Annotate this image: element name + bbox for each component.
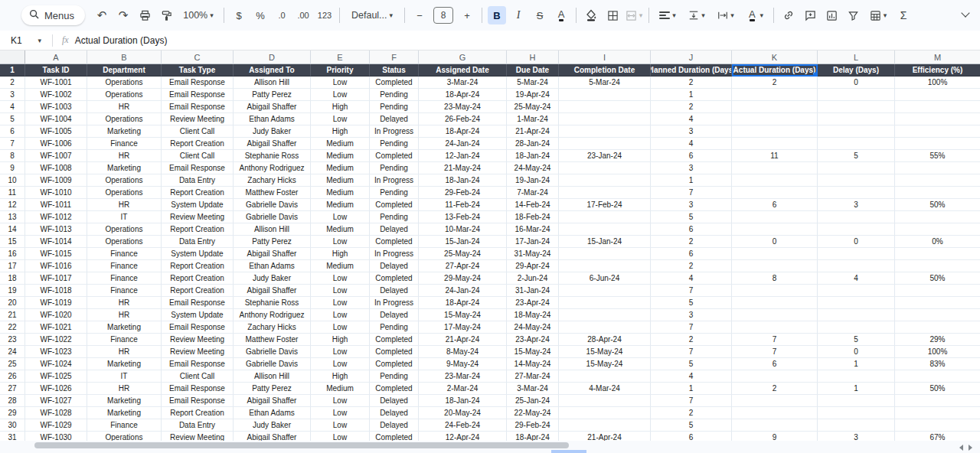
cell[interactable]: [895, 260, 980, 272]
selection-handle[interactable]: [813, 72, 818, 77]
cell[interactable]: In Progress: [370, 248, 419, 260]
cell[interactable]: 1-Mar-24: [507, 113, 559, 125]
cell[interactable]: [732, 260, 818, 272]
column-header-M[interactable]: M: [895, 51, 980, 64]
cell[interactable]: [818, 211, 895, 223]
cell[interactable]: 5: [651, 358, 732, 370]
cell[interactable]: 11: [732, 150, 818, 162]
cell[interactable]: WF-1015: [25, 248, 87, 260]
cell[interactable]: Medium: [311, 383, 370, 395]
cell[interactable]: HR: [87, 199, 162, 211]
cell[interactable]: Low: [311, 419, 370, 432]
cell[interactable]: Matthew Foster: [234, 334, 311, 346]
merge-cells-button[interactable]: ▾: [625, 6, 643, 24]
cell[interactable]: System Update: [162, 309, 234, 321]
cell[interactable]: Report Creation: [162, 407, 234, 419]
cell[interactable]: [559, 248, 651, 260]
cell[interactable]: 5-Mar-24: [507, 77, 559, 89]
cell[interactable]: [895, 419, 980, 432]
cell[interactable]: Email Response: [162, 162, 234, 174]
row-number[interactable]: 19: [0, 285, 25, 297]
cell[interactable]: Delayed: [370, 285, 419, 297]
cell[interactable]: 24-May-24: [507, 321, 559, 334]
cell[interactable]: 100%: [895, 346, 980, 358]
cell[interactable]: 6-Jun-24: [559, 272, 651, 285]
insert-link-button[interactable]: [779, 6, 798, 24]
cell[interactable]: Completed: [370, 199, 419, 211]
cell[interactable]: Completed: [370, 346, 419, 358]
column-header-F[interactable]: F: [370, 51, 419, 64]
cell[interactable]: 0: [818, 236, 895, 248]
cell[interactable]: [732, 89, 818, 101]
cell[interactable]: Finance: [87, 248, 162, 260]
insert-chart-button[interactable]: [822, 6, 841, 24]
row-number[interactable]: 4: [0, 101, 25, 113]
column-header-K[interactable]: K: [732, 51, 818, 64]
table-tools-button[interactable]: ▾: [865, 6, 891, 24]
cell[interactable]: Finance: [87, 285, 162, 297]
cell[interactable]: [559, 125, 651, 138]
cell[interactable]: 11-Feb-24: [419, 199, 507, 211]
cell[interactable]: Operations: [87, 187, 162, 199]
cell[interactable]: [559, 407, 651, 419]
cell[interactable]: 3-Mar-24: [419, 77, 507, 89]
increase-decimal-button[interactable]: .00: [294, 6, 312, 24]
row-number[interactable]: 26: [0, 370, 25, 383]
cell[interactable]: HR: [87, 309, 162, 321]
cell[interactable]: Delayed: [370, 260, 419, 272]
cell[interactable]: [818, 89, 895, 101]
cell[interactable]: [818, 101, 895, 113]
cell[interactable]: High: [311, 248, 370, 260]
cell[interactable]: Low: [311, 236, 370, 248]
cell[interactable]: Low: [311, 211, 370, 223]
cell[interactable]: [732, 223, 818, 236]
cell[interactable]: 16-Mar-24: [507, 223, 559, 236]
cell[interactable]: 18-Jan-24: [419, 174, 507, 187]
cell[interactable]: [818, 395, 895, 407]
row-number[interactable]: 3: [0, 89, 25, 101]
cell[interactable]: 22-May-24: [507, 407, 559, 419]
cell[interactable]: WF-1014: [25, 236, 87, 248]
cell[interactable]: 26-Feb-24: [419, 113, 507, 125]
cell[interactable]: 55%: [895, 150, 980, 162]
cell[interactable]: 15-Jan-24: [559, 236, 651, 248]
cell[interactable]: WF-1007: [25, 150, 87, 162]
cell[interactable]: 3: [651, 309, 732, 321]
cell[interactable]: 50%: [895, 199, 980, 211]
cell[interactable]: 7: [651, 285, 732, 297]
vertical-align-button[interactable]: ▾: [684, 6, 710, 24]
cell[interactable]: 5: [651, 297, 732, 309]
cell[interactable]: 6: [651, 150, 732, 162]
increase-font-size-button[interactable]: +: [458, 6, 476, 24]
cell[interactable]: 2: [651, 101, 732, 113]
row-number[interactable]: 21: [0, 309, 25, 321]
cell[interactable]: Gabrielle Davis: [234, 346, 311, 358]
cell[interactable]: [895, 187, 980, 199]
header-cell[interactable]: Task ID: [25, 64, 87, 77]
cell[interactable]: Zachary Hicks: [234, 174, 311, 187]
cell[interactable]: 19-Jan-24: [507, 174, 559, 187]
cell[interactable]: 23-Apr-24: [507, 334, 559, 346]
cell[interactable]: 3: [651, 199, 732, 211]
row-number[interactable]: 17: [0, 260, 25, 272]
cell[interactable]: WF-1013: [25, 223, 87, 236]
column-header-J[interactable]: J: [651, 51, 732, 64]
row-number[interactable]: 14: [0, 223, 25, 236]
cell[interactable]: 6: [651, 223, 732, 236]
cell[interactable]: 8-May-24: [419, 346, 507, 358]
cell[interactable]: [559, 138, 651, 150]
column-header-C[interactable]: C: [162, 51, 234, 64]
cell[interactable]: Medium: [311, 199, 370, 211]
cell[interactable]: Email Response: [162, 101, 234, 113]
cell[interactable]: [818, 125, 895, 138]
cell[interactable]: WF-1021: [25, 321, 87, 334]
cell[interactable]: Report Creation: [162, 138, 234, 150]
cell[interactable]: [732, 395, 818, 407]
cell[interactable]: [732, 125, 818, 138]
cell[interactable]: [732, 101, 818, 113]
cell[interactable]: Pending: [370, 321, 419, 334]
cell[interactable]: HR: [87, 383, 162, 395]
cell[interactable]: 18-Apr-24: [419, 89, 507, 101]
cell[interactable]: 7-Mar-24: [507, 187, 559, 199]
cell[interactable]: [732, 138, 818, 150]
